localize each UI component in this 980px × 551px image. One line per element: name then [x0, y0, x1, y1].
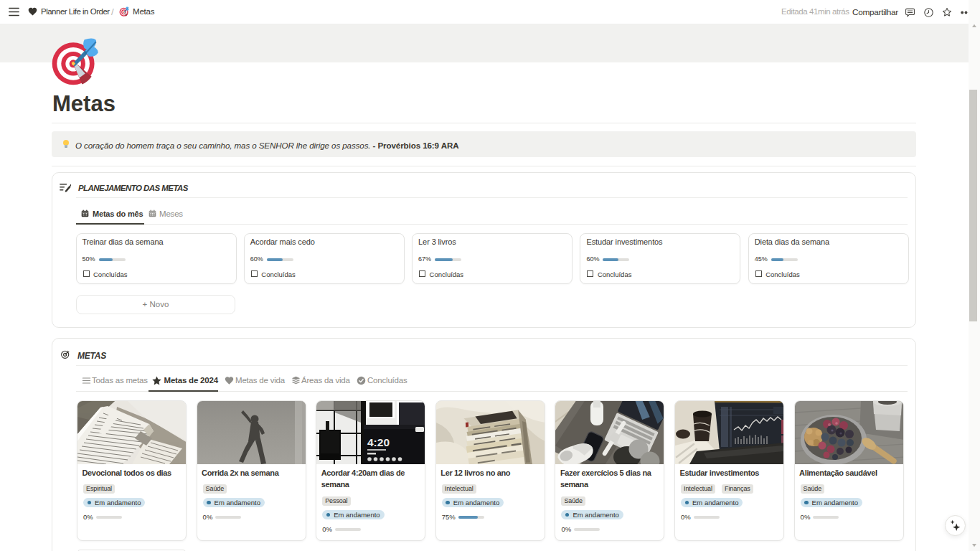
svg-text:4:20: 4:20: [367, 436, 390, 448]
